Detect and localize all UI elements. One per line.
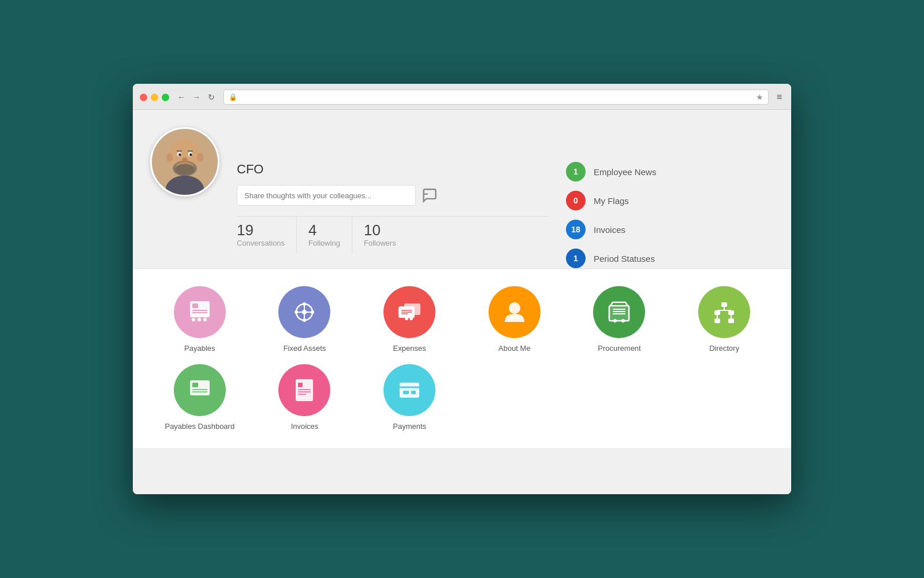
period-statuses-label: Period Statuses [594,254,655,264]
svg-point-21 [198,318,201,321]
app-payables[interactable]: Payables [150,286,249,353]
followers-stat[interactable]: 10 Followers [364,217,408,253]
address-bar[interactable]: 🔒 ★ [223,90,769,105]
svg-point-2 [166,153,173,162]
app-procurement[interactable]: Procurement [570,286,669,353]
followers-count: 10 [364,223,396,238]
following-stat[interactable]: 4 Following [308,217,352,253]
menu-button[interactable]: ≡ [774,92,784,102]
conversations-stat[interactable]: 19 Conversations [237,217,297,253]
svg-rect-77 [411,391,416,394]
conversations-label: Conversations [237,239,285,247]
following-count: 4 [308,223,340,238]
forward-button[interactable]: → [190,91,203,103]
svg-rect-76 [403,391,409,394]
app-expenses[interactable]: Expenses [360,286,459,353]
app-fixed-assets[interactable]: Fixed Assets [255,286,355,353]
fixed-assets-label: Fixed Assets [284,344,326,353]
app-invoices[interactable]: Invoices [255,364,355,431]
svg-point-24 [302,310,307,314]
svg-rect-74 [400,383,419,398]
app-directory[interactable]: Directory [675,286,774,353]
svg-point-42 [515,316,518,319]
app-grid-section: Payables [133,268,791,448]
payments-icon [383,364,435,416]
svg-point-20 [192,318,195,321]
svg-rect-55 [714,318,720,323]
stats-row: 19 Conversations 4 Following 10 Follower… [237,216,549,253]
directory-icon [698,286,750,338]
invoices-label: Invoices [594,225,625,235]
notif-employee-news[interactable]: 1 Employee News [566,162,774,181]
invoices-label: Invoices [291,422,319,431]
following-label: Following [308,239,340,247]
share-row [237,185,549,206]
payables-dashboard-label: Payables Dashboard [165,422,234,431]
chat-icon[interactable] [422,187,438,203]
app-grid-row1: Payables [150,286,774,353]
app-payments[interactable]: Payments [360,364,459,431]
fixed-assets-icon [278,286,330,338]
svg-rect-52 [721,302,727,307]
svg-rect-54 [728,310,734,315]
svg-point-39 [409,317,413,320]
my-flags-badge: 0 [566,191,586,210]
browser-content: CFO 19 Conversations [133,110,791,494]
back-button[interactable]: ← [175,91,188,103]
minimize-button[interactable] [151,94,158,101]
svg-point-41 [509,302,520,314]
notif-period-statuses[interactable]: 1 Period Statuses [566,249,774,268]
profile-title: CFO [237,162,549,177]
procurement-icon [593,286,645,338]
invoices-badge: 18 [566,220,586,239]
svg-point-26 [303,318,306,322]
svg-point-40 [405,317,408,320]
svg-point-10 [189,153,192,156]
nav-buttons: ← → ↻ [175,91,218,103]
close-button[interactable] [140,94,147,101]
employee-news-badge: 1 [566,162,586,181]
svg-rect-53 [714,310,720,315]
profile-info: CFO 19 Conversations [237,127,549,253]
lock-icon: 🔒 [229,93,237,101]
app-grid-row2: Payables Dashboard Invoices [150,364,774,431]
notif-my-flags[interactable]: 0 My Flags [566,191,774,210]
payables-dashboard-icon [174,364,226,416]
expenses-label: Expenses [393,344,426,353]
app-payables-dashboard[interactable]: Payables Dashboard [150,364,249,431]
svg-rect-69 [296,379,313,401]
svg-point-22 [203,318,207,321]
refresh-button[interactable]: ↻ [205,91,218,103]
svg-point-13 [182,157,188,162]
payables-label: Payables [184,344,215,353]
app-about-me[interactable]: About Me [465,286,564,353]
employee-news-label: Employee News [594,167,656,177]
svg-rect-56 [728,318,734,323]
my-flags-label: My Flags [594,196,629,206]
payables-icon [174,286,226,338]
svg-point-44 [519,316,523,319]
expenses-icon [383,286,435,338]
notif-invoices[interactable]: 18 Invoices [566,220,774,239]
directory-label: Directory [709,344,739,353]
svg-point-3 [197,153,203,162]
share-input[interactable] [237,185,416,206]
procurement-label: Procurement [598,344,640,353]
svg-point-6 [175,164,195,175]
invoices-icon [278,364,330,416]
svg-point-28 [311,310,314,314]
maximize-button[interactable] [162,94,169,101]
svg-rect-63 [192,383,198,387]
bookmark-icon: ★ [756,92,763,102]
svg-rect-12 [188,150,193,151]
svg-point-43 [510,316,513,319]
svg-point-68 [203,397,207,401]
svg-rect-17 [192,303,198,308]
svg-point-50 [613,319,617,323]
browser-chrome: ← → ↻ 🔒 ★ ≡ [133,84,791,110]
payments-label: Payments [393,422,426,431]
notifications-panel: 1 Employee News 0 My Flags 18 Invoices 1… [566,127,774,268]
period-statuses-badge: 1 [566,249,586,268]
conversations-count: 19 [237,223,285,238]
svg-rect-62 [190,380,210,395]
